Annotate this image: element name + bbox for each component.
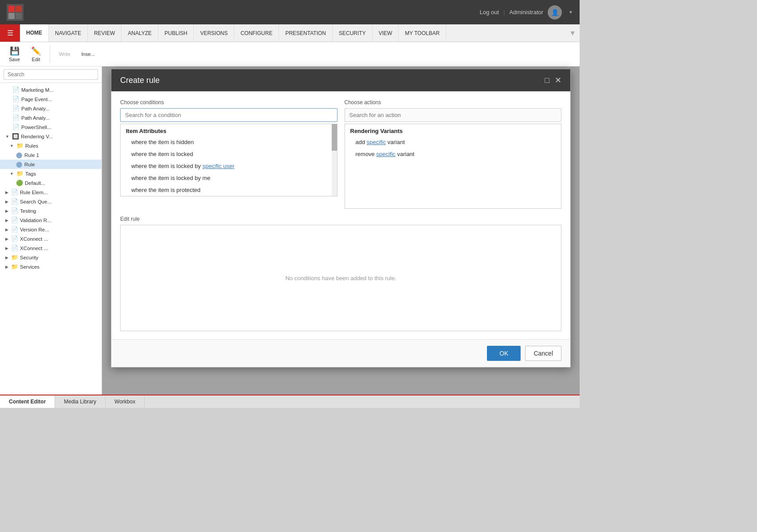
modal-header: Create rule □ ✕ (111, 69, 570, 91)
sidebar-item-services[interactable]: ▶ 📁 Services (0, 262, 102, 271)
actions-list: Rendering Variants add specific variant … (345, 124, 562, 209)
tab-analyze[interactable]: ANALYZE (122, 24, 158, 42)
tab-view[interactable]: VIEW (373, 24, 399, 42)
nav-dropdown-arrow[interactable]: ▼ (569, 24, 580, 42)
save-icon: 💾 (10, 46, 20, 56)
maximize-button[interactable]: □ (545, 76, 549, 85)
insert-button[interactable]: Inse... (77, 50, 99, 59)
expand-icon: ▶ (5, 237, 8, 241)
list-item[interactable]: ▶ 📄 Version Re... (0, 225, 102, 234)
hamburger-menu[interactable]: ☰ (0, 24, 20, 42)
tab-content-editor[interactable]: Content Editor (0, 395, 55, 408)
rendering-icon: 🔲 (12, 133, 19, 140)
save-label: Save (9, 57, 20, 62)
specific-user-link[interactable]: specific user (202, 163, 234, 169)
expand-icon: ▶ (5, 209, 8, 213)
document-icon: 📄 (11, 198, 18, 205)
list-item[interactable]: 📄 PowerShell... (0, 122, 102, 132)
document-icon: 📄 (12, 124, 20, 130)
condition-item-locked-by-user[interactable]: where the item is locked by specific use… (121, 160, 337, 172)
create-rule-modal: Create rule □ ✕ Choose conditions Item (111, 69, 571, 368)
top-bar: Log out | Administrator 👤 ▼ (0, 0, 580, 24)
chevron-down-icon[interactable]: ▼ (569, 10, 573, 15)
expand-icon: ▶ (5, 227, 8, 232)
tab-review[interactable]: REVIEW (88, 24, 122, 42)
action-item-remove[interactable]: remove specific variant (345, 148, 561, 160)
tab-presentation[interactable]: PRESENTATION (279, 24, 333, 42)
close-button[interactable]: ✕ (555, 75, 561, 85)
condition-item-protected[interactable]: where the item is protected (121, 184, 337, 196)
document-icon: 📄 (11, 235, 18, 242)
specific-variant-link-add[interactable]: specific (367, 139, 386, 145)
folder-icon: 📁 (16, 142, 24, 149)
list-item[interactable]: ▶ 📄 XConnect ... (0, 234, 102, 243)
sidebar: 📄 Marketing M... 📄 Page Event... 📄 Path … (0, 66, 102, 395)
save-button[interactable]: 💾 Save (4, 44, 24, 64)
search-box (0, 66, 102, 83)
cancel-button[interactable]: Cancel (525, 346, 561, 361)
list-item[interactable]: 📄 Page Event... (0, 94, 102, 104)
tab-configure[interactable]: CONFIGURE (234, 24, 279, 42)
tab-workbox[interactable]: Workbox (106, 395, 145, 408)
modal-title: Create rule (120, 76, 160, 85)
write-button[interactable]: Write (55, 50, 75, 59)
conditions-column: Choose conditions Item Attributes where … (120, 99, 337, 209)
list-item[interactable]: ▶ 📄 Rule Elem... (0, 188, 102, 197)
top-bar-right: Log out | Administrator 👤 ▼ (480, 5, 573, 20)
condition-item-hidden[interactable]: where the item is hidden (121, 136, 337, 148)
search-input[interactable] (4, 69, 98, 80)
top-bar-left (7, 4, 24, 21)
expand-icon: ▶ (5, 190, 8, 195)
list-item[interactable]: ▶ 📄 XConnect ... (0, 243, 102, 253)
insert-label: Inse... (82, 51, 95, 57)
list-item[interactable]: 🟢 Default... (0, 178, 102, 188)
condition-search-input[interactable] (120, 108, 337, 122)
condition-item-locked-by-me[interactable]: where the item is locked by me (121, 172, 337, 184)
tag-icon: 🟢 (16, 180, 23, 186)
ok-button[interactable]: OK (487, 346, 521, 361)
document-icon: 📄 (11, 207, 18, 214)
app-logo[interactable] (7, 4, 24, 21)
conditions-label: Choose conditions (120, 99, 337, 106)
list-item[interactable]: 📄 Marketing M... (0, 85, 102, 94)
user-label: Administrator (510, 9, 544, 16)
edit-button[interactable]: ✏️ Edit (27, 44, 45, 64)
tab-publish[interactable]: PUBLISH (158, 24, 194, 42)
document-icon: 📄 (12, 96, 20, 102)
tree-content: 📄 Marketing M... 📄 Page Event... 📄 Path … (0, 83, 102, 274)
list-item[interactable]: 📄 Path Analy... (0, 104, 102, 113)
tab-home[interactable]: HOME (20, 24, 49, 42)
folder-icon: 📁 (11, 263, 18, 270)
edit-rule-section: Edit rule No conditions have been added … (120, 216, 561, 331)
action-search-input[interactable] (345, 108, 562, 122)
nav-bar: ☰ HOME NAVIGATE REVIEW ANALYZE PUBLISH V… (0, 24, 580, 42)
hamburger-icon: ☰ (7, 29, 13, 37)
sidebar-item-security[interactable]: ▶ 📁 Security (0, 253, 102, 262)
list-item[interactable]: ▶ 📄 Testing (0, 206, 102, 215)
edit-rule-box: No conditions have been added to this ru… (120, 225, 561, 331)
scrollbar-thumb[interactable] (332, 124, 337, 151)
list-item[interactable]: ▶ 📄 Validation R... (0, 215, 102, 225)
two-col-layout: Choose conditions Item Attributes where … (120, 99, 561, 209)
logout-link[interactable]: Log out (480, 9, 499, 16)
bottom-tabs: Content Editor Media Library Workbox (0, 395, 580, 408)
action-item-add[interactable]: add specific variant (345, 136, 561, 148)
list-item[interactable]: 📄 Path Analy... (0, 113, 102, 122)
main-panel: Create rule □ ✕ Choose conditions Item (102, 66, 580, 395)
conditions-list-wrap: Item Attributes where the item is hidden… (120, 124, 337, 196)
list-item[interactable]: ▼ 📁 Rules (0, 141, 102, 150)
tab-my-toolbar[interactable]: MY TOOLBAR (399, 24, 446, 42)
tab-security[interactable]: SECURITY (333, 24, 373, 42)
expand-icon: ▶ (5, 218, 8, 223)
list-item[interactable]: ▶ 📄 Search Que... (0, 197, 102, 206)
tab-media-library[interactable]: Media Library (55, 395, 106, 408)
edit-icon: ✏️ (31, 46, 41, 56)
list-item[interactable]: ▼ 🔲 Rendering V... (0, 132, 102, 141)
list-item[interactable]: ⬤ Rule 1 (0, 150, 102, 160)
list-item[interactable]: ▼ 📁 Tags (0, 169, 102, 178)
condition-item-locked[interactable]: where the item is locked (121, 148, 337, 160)
list-item[interactable]: ⬤ Rule (0, 160, 102, 169)
specific-variant-link-remove[interactable]: specific (376, 151, 395, 157)
tab-versions[interactable]: VERSIONS (194, 24, 234, 42)
tab-navigate[interactable]: NAVIGATE (49, 24, 88, 42)
